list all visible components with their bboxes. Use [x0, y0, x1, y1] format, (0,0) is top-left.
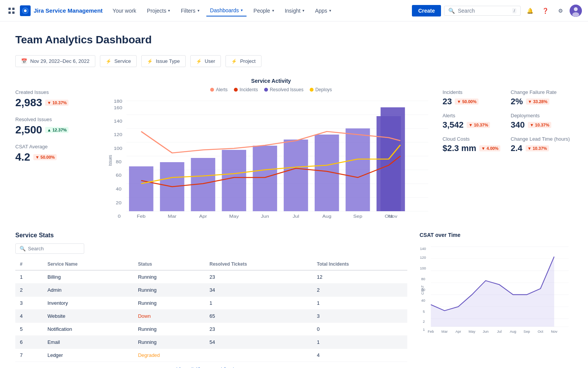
svg-text:120: 120 — [420, 255, 426, 260]
nav-projects[interactable]: Projects ▾ — [143, 5, 174, 16]
svg-rect-2 — [8, 12, 11, 14]
date-filter[interactable]: 📅 Nov 29, 2022–Dec 6, 2022 — [15, 55, 95, 67]
svg-text:0: 0 — [118, 214, 121, 219]
table-row[interactable]: 4 Website Down 65 3 — [15, 310, 407, 323]
legend-incidents: Incidents — [234, 87, 258, 92]
cell-status: Running — [133, 336, 205, 349]
cell-resolved-tickets: 65 — [205, 310, 312, 323]
down-icon: ▼ — [481, 146, 485, 151]
cell-total-incidents: 12 — [312, 270, 407, 284]
col-status: Status — [133, 258, 205, 270]
right-metrics-panel: Incidents 23 ▼ 50.00% Change Failure Rat… — [443, 78, 573, 220]
cell-service-name: Email — [43, 336, 134, 349]
up-arrow-icon: ▲ — [47, 128, 51, 132]
cloud-costs-label: Cloud Costs — [443, 136, 505, 142]
navbar: Jira Service Management Your work Projec… — [0, 0, 588, 21]
svg-text:5: 5 — [423, 309, 425, 314]
svg-text:Mar: Mar — [441, 329, 448, 334]
service-search-box[interactable]: 🔍 Search — [15, 243, 84, 254]
cell-resolved-tickets: 23 — [205, 323, 312, 336]
svg-text:20: 20 — [116, 201, 122, 205]
table-body: 1 Billing Running 23 12 2 Admin Running … — [15, 270, 407, 362]
svg-text:180: 180 — [114, 99, 122, 104]
legend-deploys: Deploys — [310, 87, 332, 92]
svg-text:Aug: Aug — [510, 329, 516, 334]
avatar[interactable] — [570, 5, 582, 17]
resolved-issues-badge: ▲ 12.37% — [45, 127, 69, 133]
nav-dashboards[interactable]: Dashboards ▾ — [206, 5, 247, 16]
created-issues-stat: Created Issues 2,983 ▼ 10.37% — [15, 89, 100, 109]
cell-status: Running — [133, 297, 205, 310]
svg-text:100: 100 — [420, 266, 426, 270]
svg-text:140: 140 — [114, 119, 122, 123]
svg-rect-3 — [12, 12, 15, 14]
nav-insight[interactable]: Insight ▾ — [281, 5, 308, 16]
nav-your-work[interactable]: Your work — [109, 5, 140, 16]
search-kbd: / — [512, 8, 516, 13]
table-row[interactable]: 3 Inventory Running 1 1 — [15, 297, 407, 310]
issue-type-filter[interactable]: ⚡ Issue Type — [141, 55, 186, 67]
svg-text:60: 60 — [116, 173, 122, 177]
search-icon: 🔍 — [448, 8, 455, 14]
bar-may — [222, 150, 246, 211]
create-button[interactable]: Create — [412, 5, 441, 16]
chevron-down-icon: ▾ — [198, 8, 199, 13]
svg-text:Feb: Feb — [137, 214, 145, 219]
cell-service-name: Notification — [43, 323, 134, 336]
legend-dot-incidents — [234, 88, 238, 92]
grid-icon[interactable] — [6, 5, 17, 16]
svg-text:80: 80 — [421, 277, 425, 281]
search-input[interactable]: 🔍 Search / — [444, 6, 521, 16]
service-filter[interactable]: ⚡ Service — [100, 55, 137, 67]
cell-service-name: Billing — [43, 270, 134, 284]
svg-text:140: 140 — [420, 246, 426, 251]
cell-total-incidents: 0 — [312, 323, 407, 336]
settings-icon[interactable]: ⚙ — [554, 5, 567, 17]
left-stats-panel: Created Issues 2,983 ▼ 10.37% Resolved I… — [15, 78, 100, 220]
view-all-button[interactable]: View all 43 rows and 6 columns — [15, 366, 407, 368]
change-failure-rate-label: Change Failure Rate — [511, 89, 573, 95]
csat-area — [431, 257, 554, 327]
alerts-value: 3,542 ▼ 10.37% — [443, 120, 505, 130]
cell-total-incidents: 2 — [312, 284, 407, 297]
nav-apps[interactable]: Apps ▾ — [311, 5, 335, 16]
cell-total-incidents: 1 — [312, 336, 407, 349]
bar-jul — [284, 140, 308, 211]
deployments-value: 340 ▼ 10.37% — [511, 120, 573, 130]
cell-num: 6 — [15, 336, 43, 349]
deployments-metric: Deployments 340 ▼ 10.37% — [511, 113, 573, 130]
help-icon[interactable]: ❓ — [539, 5, 551, 17]
notifications-icon[interactable]: 🔔 — [524, 5, 536, 17]
svg-text:1: 1 — [423, 327, 425, 332]
table-row[interactable]: 2 Admin Running 34 2 — [15, 284, 407, 297]
svg-text:Month: Month — [490, 334, 501, 335]
deployments-badge: ▼ 10.37% — [528, 122, 551, 128]
table-row[interactable]: 6 Email Running 54 1 — [15, 336, 407, 349]
svg-text:Feb: Feb — [428, 329, 434, 334]
nav-people[interactable]: People ▾ — [250, 5, 278, 16]
main-content: Team Analytics Dashboard 📅 Nov 29, 2022–… — [0, 21, 588, 368]
cell-num: 1 — [15, 270, 43, 284]
table-row[interactable]: 1 Billing Running 23 12 — [15, 270, 407, 284]
cloud-costs-metric: Cloud Costs $2.3 mm ▼ 4.00% — [443, 136, 505, 153]
chart-legend: Alerts Incidents Resolved Issues Deploys — [109, 87, 433, 92]
project-filter[interactable]: ⚡ Project — [225, 55, 261, 67]
cell-total-incidents: 1 — [312, 297, 407, 310]
alerts-label: Alerts — [443, 113, 505, 118]
svg-text:CSAT: CSAT — [420, 285, 424, 295]
change-failure-rate-metric: Change Failure Rate 2% ▼ 33.28% — [511, 89, 573, 107]
csat-average-stat: CSAT Average 4.2 ▼ 50.00% — [15, 144, 100, 163]
legend-alerts: Alerts — [210, 87, 228, 92]
app-logo[interactable]: Jira Service Management — [20, 5, 103, 16]
cell-num: 4 — [15, 310, 43, 323]
col-resolved-tickets: Resolved Tickets — [205, 258, 312, 270]
nav-filters[interactable]: Filters ▾ — [177, 5, 203, 16]
table-row[interactable]: 7 Ledger Degraded 4 — [15, 349, 407, 362]
user-filter[interactable]: ⚡ User — [190, 55, 221, 67]
chart-title: Service Activity — [109, 78, 433, 84]
cloud-costs-value: $2.3 mm ▼ 4.00% — [443, 143, 505, 153]
chart-svg-area: 0 20 40 60 80 100 120 140 160 180 Issues — [109, 97, 433, 220]
incidents-value: 23 ▼ 50.00% — [443, 97, 505, 107]
svg-text:Apr: Apr — [199, 214, 207, 219]
table-row[interactable]: 5 Notification Running 23 0 — [15, 323, 407, 336]
